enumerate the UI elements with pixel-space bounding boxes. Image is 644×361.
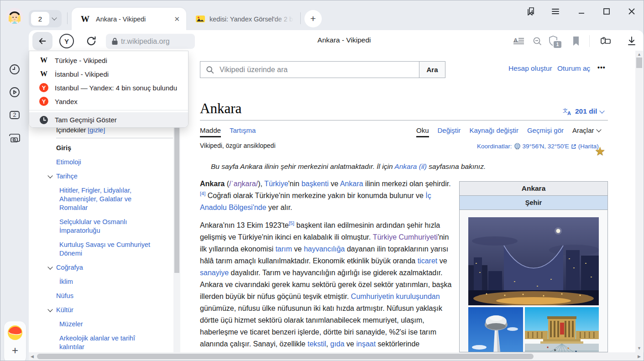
- toc-item[interactable]: Müzeler: [47, 320, 159, 329]
- inline-link[interactable]: Türkiye Cumhuriyeti: [373, 233, 438, 241]
- atakule-tower-photo[interactable]: [468, 307, 523, 352]
- wiki-search-box[interactable]: Ara: [200, 61, 445, 78]
- tabs-panel-icon[interactable]: 2: [8, 108, 21, 122]
- search-icon: [206, 66, 214, 74]
- close-tab-icon[interactable]: ✕: [174, 15, 180, 23]
- text-segment: Ankara: [200, 180, 225, 188]
- yandex-favicon: Y: [39, 97, 48, 106]
- zoom-page-icon[interactable]: [531, 35, 544, 47]
- toc-item[interactable]: Kurtuluş Savaşı ve Cumhuriyet Dönemi: [47, 241, 159, 258]
- ankara-night-skyline-photo[interactable]: [468, 217, 599, 305]
- inline-link[interactable]: ticaret: [418, 257, 438, 265]
- protect-shield-icon[interactable]: 1: [547, 35, 560, 47]
- inline-link[interactable]: başkenti: [301, 180, 329, 188]
- add-shortcut-button[interactable]: +: [10, 345, 21, 356]
- inline-link[interactable]: Türkiye: [264, 180, 288, 188]
- chevron-down-icon[interactable]: [52, 15, 57, 20]
- toc-item[interactable]: Etimoloji: [47, 158, 175, 167]
- reference-superscript[interactable]: [5]: [289, 220, 294, 226]
- horizontal-scrollbar-thumb[interactable]: [37, 354, 534, 359]
- wiki-page-tab[interactable]: Araçlar: [572, 126, 601, 134]
- bookmarks-panel-icon[interactable]: [525, 5, 537, 17]
- wiki-search-button[interactable]: Ara: [419, 62, 445, 78]
- wiki-page-tab[interactable]: Değiştir: [438, 126, 461, 134]
- reference-link[interactable]: [4]: [200, 191, 205, 196]
- profile-avatar[interactable]: [6, 8, 23, 25]
- history-item[interactable]: YIstanbul — Yandex: 4 bin sonuç bulundu: [29, 81, 188, 94]
- wiki-page-tab[interactable]: Geçmişi gör: [527, 126, 564, 134]
- tab-counter-control[interactable]: 2: [29, 10, 62, 27]
- tab-counter[interactable]: 2: [31, 12, 49, 26]
- new-tab-button[interactable]: +: [304, 10, 322, 27]
- reader-mode-icon[interactable]: A: [513, 35, 525, 47]
- toc-item[interactable]: Giriş: [47, 144, 175, 152]
- coordinates[interactable]: Koordinatlar: 39°56′N, 32°50′E (Harita): [477, 143, 599, 150]
- toc-item[interactable]: Coğrafya: [47, 263, 175, 272]
- menu-icon[interactable]: [550, 5, 561, 17]
- close-window-icon[interactable]: [626, 5, 638, 17]
- show-full-history-item[interactable]: Tam Geçmişi Göster: [29, 112, 188, 127]
- coordinates-label[interactable]: Koordinatlar:: [477, 143, 512, 150]
- back-button[interactable]: [32, 32, 52, 50]
- inline-link[interactable]: tarım: [275, 245, 292, 253]
- vertical-scrollbar-thumb[interactable]: [636, 58, 642, 68]
- toc-item-label: Selçuklular ve Osmanlı İmparatorluğu: [59, 218, 127, 234]
- maximize-icon[interactable]: [601, 5, 613, 17]
- toc-item[interactable]: Kültür: [47, 306, 175, 314]
- history-item[interactable]: YYandex: [29, 94, 188, 108]
- bookmark-icon[interactable]: [570, 35, 582, 47]
- toc-item[interactable]: İklim: [47, 277, 159, 286]
- history-item[interactable]: Wİstanbul - Vikipedi: [29, 67, 188, 81]
- wiki-page-tab[interactable]: Madde: [200, 126, 221, 134]
- divider: [67, 12, 68, 24]
- inline-link[interactable]: gıda: [330, 340, 344, 348]
- downloads-icon[interactable]: [625, 35, 638, 47]
- wiki-page-tab[interactable]: Tartışma: [230, 126, 256, 134]
- toc-scrollbar-thumb[interactable]: [174, 127, 179, 273]
- scroll-left-icon[interactable]: ◀: [31, 354, 34, 359]
- toc-item[interactable]: Arkeolojik alanlar ve tarihî kalıntılar: [47, 334, 159, 351]
- toc-item[interactable]: Tarihçe: [47, 172, 175, 181]
- history-icon[interactable]: [8, 63, 21, 76]
- yandex-search-button[interactable]: Y: [59, 34, 74, 48]
- vertical-scrollbar-track[interactable]: [635, 51, 643, 352]
- reference-superscript[interactable]: [4]: [200, 191, 205, 196]
- scroll-right-icon[interactable]: ▶: [638, 354, 641, 359]
- toc-item[interactable]: Nüfus: [47, 292, 175, 300]
- inline-link[interactable]: tekstil: [308, 340, 326, 348]
- inline-link[interactable]: hayvancılığa: [304, 245, 345, 253]
- tab-ankara-vikipedi[interactable]: W Ankara - Vikipedi ✕: [72, 8, 186, 30]
- wiki-page-tab[interactable]: Kaynağı değiştir: [469, 126, 518, 134]
- history-item[interactable]: WTürkiye - Vikipedi: [29, 53, 188, 67]
- coordinates-value[interactable]: 39°56′N, 32°50′E: [523, 143, 569, 150]
- reload-button[interactable]: [85, 35, 97, 47]
- language-selector[interactable]: 文 A 201 dil: [563, 107, 604, 115]
- yandex-browser-logo[interactable]: [7, 325, 23, 340]
- wiki-search-input[interactable]: [219, 65, 419, 74]
- address-bar[interactable]: tr.wikipedia.org: [106, 34, 195, 49]
- scroll-down-icon[interactable]: ▼: [637, 346, 641, 351]
- login-link[interactable]: Oturum aç: [557, 64, 590, 73]
- toc-item[interactable]: Selçuklular ve Osmanlı İmparatorluğu: [47, 218, 159, 235]
- collections-icon[interactable]: [599, 35, 612, 47]
- inline-link[interactable]: Ankara (il): [394, 162, 427, 170]
- minimize-icon[interactable]: [576, 5, 587, 17]
- inline-link[interactable]: /ˈaŋkara/: [229, 180, 258, 188]
- inline-link[interactable]: sanayiye: [200, 269, 229, 277]
- chevron-down-icon[interactable]: [47, 307, 52, 312]
- screenshot-icon[interactable]: [8, 131, 21, 145]
- anitkabir-photo[interactable]: [525, 307, 599, 352]
- chevron-down-icon[interactable]: [47, 173, 52, 178]
- create-account-link[interactable]: Hesap oluştur: [508, 64, 552, 73]
- inline-link[interactable]: Cumhuriyetin kuruluşundan: [351, 293, 440, 300]
- media-play-icon[interactable]: [8, 85, 21, 99]
- inline-link[interactable]: Ankara: [340, 180, 363, 188]
- reference-link[interactable]: [5]: [289, 220, 294, 226]
- scroll-up-icon[interactable]: ▲: [637, 52, 641, 57]
- wiki-page-tab[interactable]: Oku: [416, 126, 429, 134]
- toc-item[interactable]: Hititler, Frigler, Lidyalılar, Ahamenişl…: [47, 186, 159, 212]
- map-link[interactable]: (Harita): [578, 143, 599, 150]
- account-more-icon[interactable]: •••: [597, 64, 606, 71]
- chevron-down-icon[interactable]: [47, 264, 52, 269]
- inline-link[interactable]: inşaat: [356, 340, 376, 348]
